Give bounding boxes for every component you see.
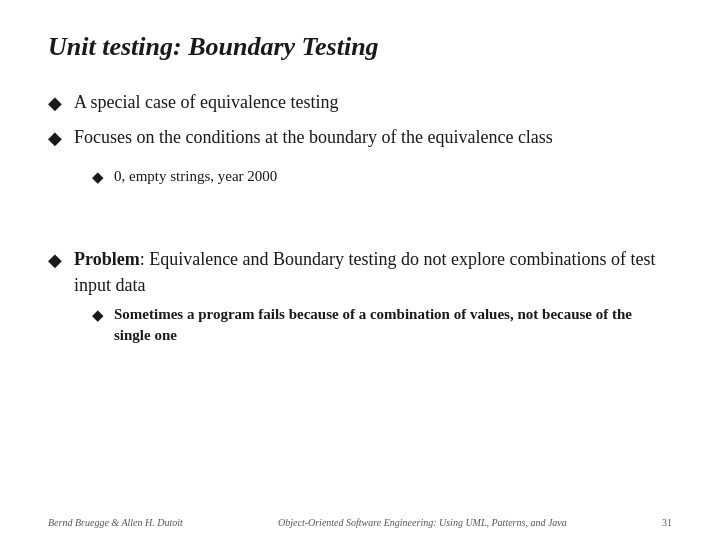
sub-bullet-area-1: ◆ 0, empty strings, year 2000 xyxy=(92,166,672,191)
sub-bullet-text-1: 0, empty strings, year 2000 xyxy=(114,166,277,187)
sub-bullet-item-2: ◆ Sometimes a program fails because of a… xyxy=(92,304,672,346)
bullet-diamond-1: ◆ xyxy=(48,92,62,114)
bullet-item-2: ◆ Focuses on the conditions at the bound… xyxy=(48,125,672,150)
footer-left: Bernd Bruegge & Allen H. Dutoit xyxy=(48,517,183,528)
problem-section: ◆ Problem: Equivalence and Boundary test… xyxy=(48,247,672,361)
problem-text: Problem: Equivalence and Boundary testin… xyxy=(74,247,672,297)
footer-center: Object-Oriented Software Engineering: Us… xyxy=(203,517,642,528)
slide: Unit testing: Boundary Testing ◆ A speci… xyxy=(0,0,720,540)
footer-right: 31 xyxy=(662,517,672,528)
footer: Bernd Bruegge & Allen H. Dutoit Object-O… xyxy=(48,517,672,528)
sub-bullet-diamond-1: ◆ xyxy=(92,168,104,186)
sub-bullet-area-2: ◆ Sometimes a program fails because of a… xyxy=(92,304,672,346)
bullet-text-2: Focuses on the conditions at the boundar… xyxy=(74,125,553,150)
sub-bullet-item-1: ◆ 0, empty strings, year 2000 xyxy=(92,166,672,187)
problem-rest: : Equivalence and Boundary testing do no… xyxy=(74,249,656,294)
spacer xyxy=(48,207,672,237)
problem-bullet: ◆ Problem: Equivalence and Boundary test… xyxy=(48,247,672,297)
bullet-diamond-2: ◆ xyxy=(48,127,62,149)
sub-bullet-diamond-2: ◆ xyxy=(92,306,104,324)
problem-bold-label: Problem xyxy=(74,249,140,269)
sub-bullet-text-2: Sometimes a program fails because of a c… xyxy=(114,304,672,346)
content-area: ◆ A special case of equivalence testing … xyxy=(48,90,672,520)
bullet-text-1: A special case of equivalence testing xyxy=(74,90,338,115)
problem-diamond: ◆ xyxy=(48,249,62,271)
slide-title: Unit testing: Boundary Testing xyxy=(48,32,672,62)
bullet-item-1: ◆ A special case of equivalence testing xyxy=(48,90,672,115)
